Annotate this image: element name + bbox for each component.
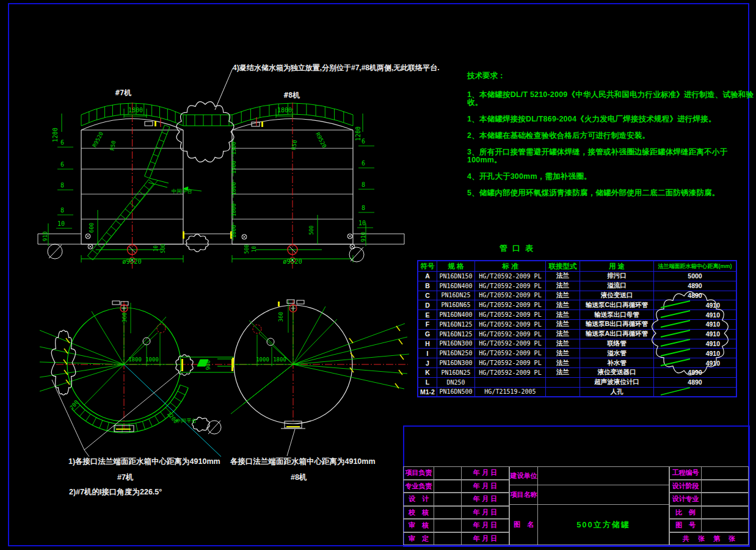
dim: 10 <box>251 246 257 252</box>
title-block-cell <box>701 466 749 480</box>
dim-600-7: 600 <box>89 223 95 233</box>
title-block-cell: 建设单位 <box>509 466 538 485</box>
title-block-cell: 设计阶段 <box>669 480 702 493</box>
thk: 8 <box>362 181 365 188</box>
dim-1000-p8: 1000 <box>256 356 269 363</box>
title-block-cell: 年 月 日 <box>461 493 509 506</box>
pipe-table-cell: H <box>418 339 437 349</box>
pipe-table-cell: 溢水管 <box>580 349 654 358</box>
title-block-cell <box>537 466 669 485</box>
pipe-table-cell: F <box>418 319 437 329</box>
pipe-table-cell: HG/T20592-2009 PL <box>475 319 546 329</box>
pipe-table-cell <box>546 377 580 387</box>
pipe-table-cell: K <box>418 367 437 377</box>
thk: 6 <box>362 160 365 167</box>
elevation-dimensions <box>48 109 374 246</box>
technical-requirements-lines: 1、本储罐按DL/T 5210-2009《中华人民共和国电力行业标准》进行制造、… <box>467 91 756 197</box>
tech-requirement-line: 4、开孔大于300mm，需加补强圈。 <box>467 173 756 181</box>
title-block-cell: 年 月 日 <box>461 532 509 546</box>
pipe-table-cell: 法兰 <box>546 272 580 281</box>
title-block-cell: 年 月 日 <box>461 466 509 480</box>
cad-drawing-canvas: #7机18001200668810R9520R5091060010500ø952… <box>0 0 756 550</box>
pipe-table-header: 规 格 <box>437 261 475 272</box>
title-block-cell: 校 核 <box>403 506 434 519</box>
title-block-cell <box>537 485 669 505</box>
pipe-table-row: LDN250超声波液位计口4890 <box>418 377 736 387</box>
dim: 10 <box>153 245 159 251</box>
label-mid-platform-plan: 中间平台 <box>176 418 197 424</box>
title-block-cell <box>434 519 462 532</box>
thk: 6 <box>60 161 64 168</box>
dim-1800-p7: 1800 <box>128 356 142 363</box>
label-unit7-elev: #7机 <box>115 89 131 97</box>
pipe-table-header: 符号 <box>418 261 437 272</box>
pipe-table-cell: 输送泵A出口再循环管 <box>580 329 654 339</box>
title-block-cell <box>434 493 462 506</box>
course: 1500 <box>231 161 237 174</box>
title-block-cell: 审 定 <box>403 532 434 546</box>
pipe-table-cell: 法兰 <box>546 358 580 368</box>
pipe-table-cell: 4890 <box>654 377 737 387</box>
dim-1200-7: 1200 <box>52 128 59 142</box>
pipe-table-cell: 4890 <box>654 367 737 377</box>
pipe-table-cell <box>654 387 737 397</box>
pipe-table-cell: PN16DN400 <box>437 310 475 320</box>
thk: 8 <box>362 204 365 211</box>
pipe-table-header: 用 途 <box>580 261 654 272</box>
dim-dia-7: ø9520 <box>122 258 142 265</box>
title-block-cell: 比 例 <box>669 506 702 519</box>
pipe-table-row: GPN16DN125HG/T20592-2009 PL法兰输送泵A出口再循环管4… <box>418 329 736 339</box>
pipe-table-cell: HG/T20592-2009 PL <box>475 310 546 320</box>
pipe-table-cell: 溢流口 <box>580 281 654 291</box>
pipe-table-cell: 4910 <box>654 349 737 358</box>
pipe-table-row: IPN16DN250HG/T20592-2009 PL法兰溢水管4910 <box>418 349 736 358</box>
revision-clouds-elevation <box>176 68 234 251</box>
dim-dia-8: ø9520 <box>283 258 302 265</box>
title-block-cell <box>701 493 749 506</box>
pipe-table-cell: 人孔 <box>580 387 654 397</box>
pipe-table-cell: 法兰 <box>546 319 580 329</box>
tank8-plan <box>217 300 409 456</box>
pipe-table-row: FPN16DN125HG/T20592-2009 PL法兰输送泵B出口再循环管4… <box>418 319 736 329</box>
title-block-cell: 设计专业 <box>669 493 702 506</box>
tech-requirement-line: 1、本储罐按DL/T 5210-2009《中华人民共和国电力行业标准》进行制造、… <box>467 91 756 107</box>
dim-r9520-7: R9520 <box>92 131 104 148</box>
pipe-table-cell: 法兰 <box>546 310 580 320</box>
title-block-cell <box>701 506 749 519</box>
pipe-table-row: BPN16DN400HG/T20592-2009 PL法兰溢流口4890 <box>418 281 736 291</box>
thk: 6 <box>362 138 365 145</box>
dim-360-p8: 360 <box>278 312 284 322</box>
pipe-table-cell: HG/T20592-2009 PL <box>475 349 546 358</box>
label-unit7-plan: #7机 <box>117 472 133 483</box>
pipe-table-cell: 联络管 <box>580 339 654 349</box>
note-flange-distance-8: 各接口法兰端面距水箱中心距离为4910mm <box>230 457 376 467</box>
title-block-cell: 项目负责 <box>403 466 434 480</box>
pipe-table-cell: HG/T20592-2009 PL <box>475 339 546 349</box>
dim-r9520-8: R9520 <box>314 131 327 149</box>
dim: 500 <box>308 225 314 234</box>
pipe-table-cell: G <box>418 329 437 339</box>
pipe-table-cell: PN16DN125 <box>437 319 475 329</box>
pipe-table-row: M1-2PN16DN500HG/T21519-2005人孔 <box>418 387 736 397</box>
tank8-elevation <box>232 103 353 270</box>
title-block-cell: 年 月 日 <box>461 519 509 532</box>
pipe-table-cell: DN250 <box>437 377 475 387</box>
pipe-table-cell: 5000 <box>654 272 737 281</box>
technical-requirements-title: 技术要求： <box>467 71 756 81</box>
title-block-cell <box>434 506 462 519</box>
dimension-annotations: #7机18001200668810R9520R5091060010500ø952… <box>42 89 366 425</box>
thk: 10 <box>57 220 65 227</box>
pipe-table-cell: 法兰 <box>546 281 580 291</box>
pipe-table-cell: 4910 <box>654 319 737 329</box>
pipe-table-cell: B <box>418 281 437 291</box>
pipe-table-cell: HG/T20592-2009 PL <box>475 272 546 281</box>
title-block-cell: 500立方储罐 <box>537 504 669 545</box>
pipe-table-cell: HG/T20592-2009 PL <box>475 281 546 291</box>
pipe-table-cell: I <box>418 349 437 358</box>
pipe-table-cell: HG/T20592-2009 PL <box>475 300 546 310</box>
pipe-table: 符号规 格标 准联接型式用 途法兰端面距水箱中心距离(mm) APN16DN15… <box>417 260 737 397</box>
dim-r50-8: R50 <box>291 140 299 151</box>
pipe-table-cell: J <box>418 358 437 368</box>
pipe-table-cell: PN16DN25 <box>437 367 475 377</box>
pipe-table-cell: L <box>418 377 437 387</box>
